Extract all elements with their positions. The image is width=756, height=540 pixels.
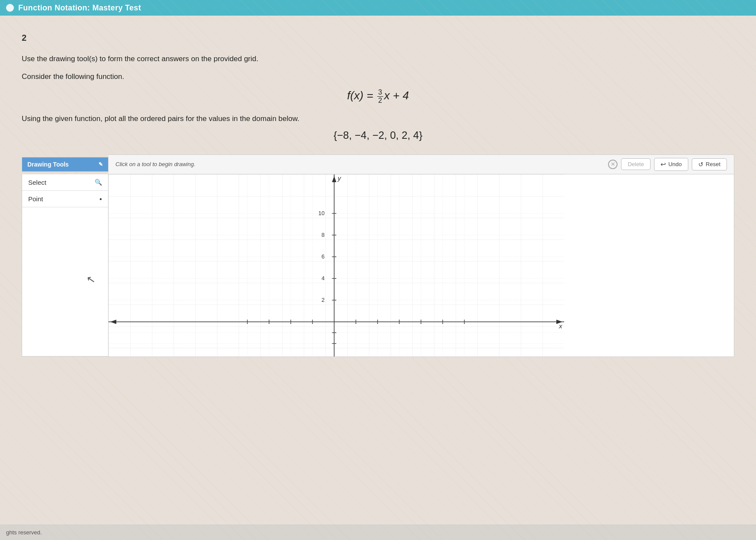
drawing-tools-panel: Drawing Tools ✎	[22, 157, 108, 172]
select-tool-label: Select	[28, 179, 46, 186]
instruction-text: Use the drawing tool(s) to form the corr…	[22, 53, 734, 65]
drawing-tools-label: Drawing Tools	[27, 161, 69, 168]
reset-icon: ↺	[698, 161, 703, 168]
rights-text: ghts reserved.	[6, 529, 42, 536]
consider-text: Consider the following function.	[22, 72, 734, 81]
top-bar-circle-icon	[6, 4, 14, 12]
point-tool-icon: ●	[99, 196, 102, 201]
point-tool[interactable]: Point ●	[22, 191, 108, 207]
top-bar: Function Notation: Mastery Test	[0, 0, 756, 16]
graph-container[interactable]: y x 2 4	[108, 174, 734, 357]
svg-text:4: 4	[322, 275, 325, 281]
svg-text:x: x	[559, 322, 562, 330]
function-display: f(x) = 3 2 x + 4	[22, 89, 734, 104]
svg-text:6: 6	[322, 253, 325, 260]
tools-column: Select 🔍 Point ● ↖	[22, 174, 108, 357]
using-text: Using the given function, plot all the o…	[22, 115, 734, 123]
cursor-arrow-icon: ↖	[85, 272, 96, 286]
main-content: 2 Use the drawing tool(s) to form the co…	[0, 16, 756, 366]
delete-button[interactable]: Delete	[621, 158, 651, 170]
drawing-area: Drawing Tools ✎ Click on a tool to begin…	[22, 154, 734, 357]
svg-text:10: 10	[319, 210, 325, 216]
domain-display: {−8, −4, −2, 0, 2, 4}	[22, 129, 734, 141]
undo-button[interactable]: ↩ Undo	[654, 158, 688, 171]
bottom-bar: ghts reserved.	[0, 524, 756, 540]
grid-and-tools: Select 🔍 Point ● ↖	[22, 174, 734, 357]
toolbar-right: Click on a tool to begin drawing. ✕ Dele…	[108, 154, 734, 174]
app-title: Function Notation: Mastery Test	[18, 3, 141, 13]
graph-svg[interactable]: y x 2 4	[108, 174, 564, 357]
undo-icon: ↩	[661, 160, 666, 168]
svg-text:8: 8	[322, 232, 325, 238]
select-tool[interactable]: Select 🔍	[22, 174, 108, 191]
delete-circle-icon: ✕	[608, 160, 618, 169]
collapse-arrow-icon[interactable]: ✎	[99, 161, 103, 167]
click-hint: Click on a tool to begin drawing.	[115, 161, 599, 167]
svg-rect-0	[108, 174, 564, 357]
reset-button[interactable]: ↺ Reset	[692, 158, 727, 170]
svg-text:2: 2	[322, 297, 325, 303]
toolbar-row: Drawing Tools ✎ Click on a tool to begin…	[22, 154, 734, 174]
select-tool-icon: 🔍	[95, 179, 102, 186]
question-number: 2	[22, 33, 734, 43]
point-tool-label: Point	[28, 195, 43, 203]
drawing-tools-header: Drawing Tools ✎	[22, 157, 108, 171]
